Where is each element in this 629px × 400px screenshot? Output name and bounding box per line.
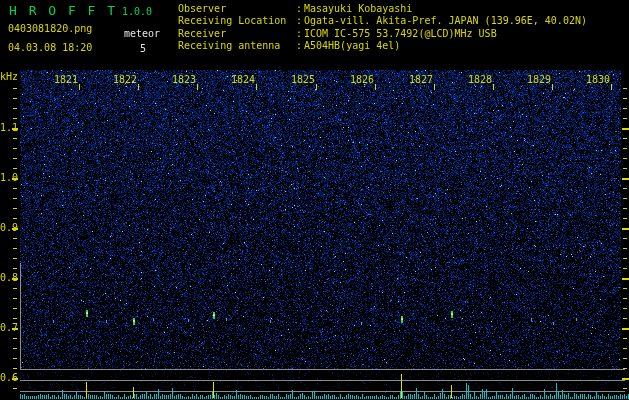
station-info-block: Observer : Masayuki Kobayashi Receiving … xyxy=(178,3,587,53)
freq-tick-label: 1.0 xyxy=(0,173,12,183)
app-title: H R O F F T xyxy=(9,3,117,18)
info-colon: : xyxy=(296,40,304,52)
info-label-location: Receiving Location xyxy=(178,15,296,27)
freq-tick-label: 0.6 xyxy=(0,373,12,383)
time-tick-label: 1824 xyxy=(225,74,255,85)
time-tick-label: 1823 xyxy=(166,74,196,85)
meteor-mode-label: meteor xyxy=(124,28,160,39)
time-tick-label: 1822 xyxy=(107,74,137,85)
info-label-observer: Observer xyxy=(178,3,296,15)
time-tick-label: 1829 xyxy=(521,74,551,85)
app-version: 1.0.0 xyxy=(122,6,152,17)
freq-tick-label: 0.9 xyxy=(0,223,12,233)
info-label-receiver: Receiver xyxy=(178,28,296,40)
time-tick-label: 1827 xyxy=(403,74,433,85)
time-tick-label: 1825 xyxy=(285,74,315,85)
freq-tick-label: 0.7 xyxy=(0,323,12,333)
output-filename: 0403081820.png xyxy=(8,23,92,34)
time-tick-label: 1826 xyxy=(344,74,374,85)
freq-axis-unit: kHz xyxy=(0,71,18,82)
spectrogram-canvas xyxy=(0,0,629,400)
info-colon: : xyxy=(296,15,304,27)
freq-tick-label: 0.8 xyxy=(0,273,12,283)
info-colon: : xyxy=(296,3,304,15)
observation-datetime: 04.03.08 18:20 xyxy=(8,42,92,53)
info-colon: : xyxy=(296,28,304,40)
info-value-receiver: ICOM IC-575 53.7492(@LCD)MHz USB xyxy=(304,28,587,40)
freq-tick-label: 1.1 xyxy=(0,123,12,133)
info-value-observer: Masayuki Kobayashi xyxy=(304,3,587,15)
info-value-location: Ogata-vill. Akita-Pref. JAPAN (139.96E, … xyxy=(304,15,587,27)
time-tick-label: 1830 xyxy=(580,74,610,85)
time-tick-label: 1828 xyxy=(462,74,492,85)
info-value-antenna: A504HB(yagi 4el) xyxy=(304,40,587,52)
meteor-count: 5 xyxy=(140,43,146,54)
hrofft-output-screen: H R O F F T 1.0.0 0403081820.png meteor … xyxy=(0,0,629,400)
time-tick-label: 1821 xyxy=(48,74,78,85)
info-label-antenna: Receiving antenna xyxy=(178,40,296,52)
